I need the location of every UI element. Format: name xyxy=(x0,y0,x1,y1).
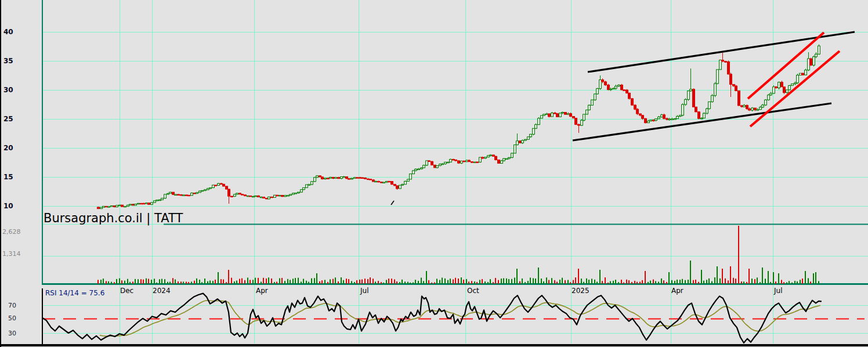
x-axis-label: Apr xyxy=(256,287,268,295)
x-axis-label: 2025 xyxy=(572,287,589,295)
price-axis-label: 20 xyxy=(3,144,13,152)
grid-layer xyxy=(0,0,868,347)
x-axis-label: Apr xyxy=(671,287,683,295)
volume-axis-label: 1,314 xyxy=(2,250,21,258)
chart-watermark-title: Bursagraph.co.il | TATT xyxy=(44,211,183,226)
x-axis-label: Dec xyxy=(120,287,133,295)
x-axis-label: Jul xyxy=(360,287,368,295)
trendlines-layer[interactable] xyxy=(391,32,855,205)
price-axis-label: 35 xyxy=(3,57,13,65)
rsi-axis-label: 30 xyxy=(8,330,16,337)
price-axis-label: 15 xyxy=(3,173,13,181)
rsi-indicator-layer[interactable] xyxy=(42,294,821,343)
x-axis-label: 2024 xyxy=(153,287,171,295)
stock-chart-canvas[interactable]: 40 35 30 25 20 15 10 2,628 1,314 70 50 3… xyxy=(0,0,868,347)
volume-axis-label: 2,628 xyxy=(2,228,21,236)
price-volume-series-layer[interactable] xyxy=(97,44,820,284)
x-axis-label: Oct xyxy=(467,287,479,295)
price-axis-label: 10 xyxy=(3,202,13,210)
rsi-axis-label: 50 xyxy=(8,315,16,322)
rsi-pane-label: RSI 14/14 = 75.6 xyxy=(45,289,104,297)
chart-window: 40 35 30 25 20 15 10 2,628 1,314 70 50 3… xyxy=(0,0,868,347)
price-axis-label: 25 xyxy=(3,115,13,123)
rsi-axis-label: 70 xyxy=(8,302,16,309)
price-axis-label: 40 xyxy=(3,28,13,36)
price-axis-label: 30 xyxy=(3,86,13,94)
x-axis-label: Jul xyxy=(773,287,782,295)
